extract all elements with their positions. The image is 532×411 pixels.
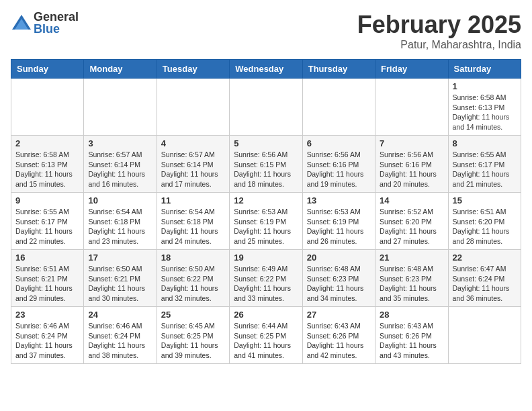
day-cell-19: 19Sunrise: 6:49 AM Sunset: 6:22 PM Dayli… — [230, 250, 302, 307]
day-info: Sunrise: 6:57 AM Sunset: 6:14 PM Dayligh… — [88, 150, 152, 189]
day-info: Sunrise: 6:49 AM Sunset: 6:22 PM Dayligh… — [234, 264, 298, 304]
calendar: SundayMondayTuesdayWednesdayThursdayFrid… — [11, 59, 521, 364]
day-info: Sunrise: 6:53 AM Sunset: 6:19 PM Dayligh… — [307, 207, 371, 246]
day-cell-27: 27Sunrise: 6:43 AM Sunset: 6:26 PM Dayli… — [302, 307, 375, 364]
day-cell-22: 22Sunrise: 6:47 AM Sunset: 6:24 PM Dayli… — [448, 250, 521, 307]
day-cell-14: 14Sunrise: 6:52 AM Sunset: 6:20 PM Dayli… — [375, 193, 448, 250]
day-info: Sunrise: 6:46 AM Sunset: 6:24 PM Dayligh… — [15, 321, 79, 361]
day-info: Sunrise: 6:55 AM Sunset: 6:17 PM Dayligh… — [15, 207, 79, 246]
title-area: February 2025 Patur, Maharashtra, India — [357, 11, 521, 51]
day-info: Sunrise: 6:56 AM Sunset: 6:15 PM Dayligh… — [234, 150, 298, 189]
day-number: 11 — [161, 195, 225, 205]
day-header-row: SundayMondayTuesdayWednesdayThursdayFrid… — [11, 60, 521, 79]
day-number: 16 — [15, 253, 79, 263]
day-info: Sunrise: 6:58 AM Sunset: 6:13 PM Dayligh… — [453, 93, 517, 132]
day-cell-8: 8Sunrise: 6:55 AM Sunset: 6:17 PM Daylig… — [448, 136, 521, 193]
week-row-2: 2Sunrise: 6:58 AM Sunset: 6:13 PM Daylig… — [11, 136, 521, 193]
day-info: Sunrise: 6:52 AM Sunset: 6:20 PM Dayligh… — [380, 207, 443, 246]
day-cell-3: 3Sunrise: 6:57 AM Sunset: 6:14 PM Daylig… — [84, 136, 157, 193]
day-number: 8 — [453, 138, 517, 148]
day-number: 13 — [307, 195, 371, 205]
day-cell-4: 4Sunrise: 6:57 AM Sunset: 6:14 PM Daylig… — [157, 136, 229, 193]
week-row-4: 16Sunrise: 6:51 AM Sunset: 6:21 PM Dayli… — [11, 250, 521, 307]
day-number: 12 — [234, 195, 298, 205]
day-number: 19 — [234, 253, 298, 263]
day-number: 2 — [15, 138, 79, 148]
day-info: Sunrise: 6:43 AM Sunset: 6:26 PM Dayligh… — [380, 321, 443, 361]
col-header-wednesday: Wednesday — [230, 60, 302, 79]
day-cell-24: 24Sunrise: 6:46 AM Sunset: 6:24 PM Dayli… — [84, 307, 157, 364]
col-header-saturday: Saturday — [448, 60, 521, 79]
day-info: Sunrise: 6:50 AM Sunset: 6:21 PM Dayligh… — [88, 264, 152, 304]
day-number: 25 — [161, 310, 225, 320]
logo-general-text: General — [34, 11, 79, 23]
day-number: 6 — [307, 138, 371, 148]
week-row-3: 9Sunrise: 6:55 AM Sunset: 6:17 PM Daylig… — [11, 193, 521, 250]
logo: General Blue — [11, 11, 79, 35]
logo-icon — [11, 13, 32, 32]
day-info: Sunrise: 6:53 AM Sunset: 6:19 PM Dayligh… — [234, 207, 298, 246]
day-info: Sunrise: 6:51 AM Sunset: 6:20 PM Dayligh… — [453, 207, 517, 246]
day-cell-16: 16Sunrise: 6:51 AM Sunset: 6:21 PM Dayli… — [11, 250, 84, 307]
day-cell-6: 6Sunrise: 6:56 AM Sunset: 6:16 PM Daylig… — [302, 136, 375, 193]
day-number: 20 — [307, 253, 371, 263]
day-number: 1 — [453, 81, 517, 91]
day-cell-5: 5Sunrise: 6:56 AM Sunset: 6:15 PM Daylig… — [230, 136, 302, 193]
day-info: Sunrise: 6:47 AM Sunset: 6:24 PM Dayligh… — [453, 264, 517, 304]
empty-cell — [157, 79, 229, 136]
day-number: 28 — [380, 310, 443, 320]
day-info: Sunrise: 6:50 AM Sunset: 6:22 PM Dayligh… — [161, 264, 225, 304]
week-row-5: 23Sunrise: 6:46 AM Sunset: 6:24 PM Dayli… — [11, 307, 521, 364]
col-header-monday: Monday — [84, 60, 157, 79]
day-number: 14 — [380, 195, 443, 205]
day-cell-17: 17Sunrise: 6:50 AM Sunset: 6:21 PM Dayli… — [84, 250, 157, 307]
day-cell-15: 15Sunrise: 6:51 AM Sunset: 6:20 PM Dayli… — [448, 193, 521, 250]
day-number: 17 — [88, 253, 152, 263]
day-info: Sunrise: 6:54 AM Sunset: 6:18 PM Dayligh… — [88, 207, 152, 246]
col-header-sunday: Sunday — [11, 60, 84, 79]
day-number: 15 — [453, 195, 517, 205]
day-cell-28: 28Sunrise: 6:43 AM Sunset: 6:26 PM Dayli… — [375, 307, 448, 364]
col-header-tuesday: Tuesday — [157, 60, 229, 79]
day-number: 10 — [88, 195, 152, 205]
empty-cell — [302, 79, 375, 136]
day-number: 24 — [88, 310, 152, 320]
day-cell-1: 1Sunrise: 6:58 AM Sunset: 6:13 PM Daylig… — [448, 79, 521, 136]
day-number: 26 — [234, 310, 298, 320]
empty-cell — [375, 79, 448, 136]
day-info: Sunrise: 6:48 AM Sunset: 6:23 PM Dayligh… — [307, 264, 371, 304]
day-cell-2: 2Sunrise: 6:58 AM Sunset: 6:13 PM Daylig… — [11, 136, 84, 193]
day-cell-20: 20Sunrise: 6:48 AM Sunset: 6:23 PM Dayli… — [302, 250, 375, 307]
col-header-friday: Friday — [375, 60, 448, 79]
empty-cell — [11, 79, 84, 136]
day-number: 18 — [161, 253, 225, 263]
location: Patur, Maharashtra, India — [357, 39, 521, 51]
day-number: 9 — [15, 195, 79, 205]
day-cell-26: 26Sunrise: 6:44 AM Sunset: 6:25 PM Dayli… — [230, 307, 302, 364]
empty-cell — [448, 307, 521, 364]
day-cell-23: 23Sunrise: 6:46 AM Sunset: 6:24 PM Dayli… — [11, 307, 84, 364]
day-info: Sunrise: 6:56 AM Sunset: 6:16 PM Dayligh… — [380, 150, 443, 189]
day-cell-10: 10Sunrise: 6:54 AM Sunset: 6:18 PM Dayli… — [84, 193, 157, 250]
day-info: Sunrise: 6:56 AM Sunset: 6:16 PM Dayligh… — [307, 150, 371, 189]
day-cell-7: 7Sunrise: 6:56 AM Sunset: 6:16 PM Daylig… — [375, 136, 448, 193]
day-cell-18: 18Sunrise: 6:50 AM Sunset: 6:22 PM Dayli… — [157, 250, 229, 307]
day-cell-9: 9Sunrise: 6:55 AM Sunset: 6:17 PM Daylig… — [11, 193, 84, 250]
day-number: 23 — [15, 310, 79, 320]
week-row-1: 1Sunrise: 6:58 AM Sunset: 6:13 PM Daylig… — [11, 79, 521, 136]
day-number: 7 — [380, 138, 443, 148]
day-info: Sunrise: 6:51 AM Sunset: 6:21 PM Dayligh… — [15, 264, 79, 304]
month-title: February 2025 — [357, 11, 521, 39]
day-info: Sunrise: 6:44 AM Sunset: 6:25 PM Dayligh… — [234, 321, 298, 361]
day-cell-21: 21Sunrise: 6:48 AM Sunset: 6:23 PM Dayli… — [375, 250, 448, 307]
day-info: Sunrise: 6:57 AM Sunset: 6:14 PM Dayligh… — [161, 150, 225, 189]
day-info: Sunrise: 6:55 AM Sunset: 6:17 PM Dayligh… — [453, 150, 517, 189]
empty-cell — [230, 79, 302, 136]
day-cell-25: 25Sunrise: 6:45 AM Sunset: 6:25 PM Dayli… — [157, 307, 229, 364]
day-cell-11: 11Sunrise: 6:54 AM Sunset: 6:18 PM Dayli… — [157, 193, 229, 250]
day-info: Sunrise: 6:46 AM Sunset: 6:24 PM Dayligh… — [88, 321, 152, 361]
empty-cell — [84, 79, 157, 136]
day-info: Sunrise: 6:45 AM Sunset: 6:25 PM Dayligh… — [161, 321, 225, 361]
header: General Blue February 2025 Patur, Mahara… — [11, 11, 521, 51]
day-info: Sunrise: 6:48 AM Sunset: 6:23 PM Dayligh… — [380, 264, 443, 304]
